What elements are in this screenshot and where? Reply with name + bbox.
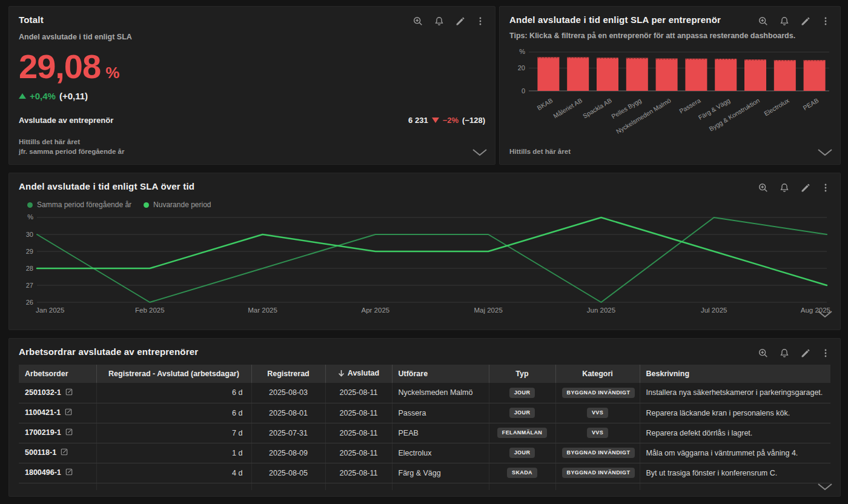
kpi-subtitle: Andel avslutade i tid enligt SLA — [19, 33, 485, 41]
panel-toolbar — [758, 16, 830, 27]
bar-Passera[interactable] — [685, 59, 707, 91]
workorder-link[interactable]: 1100421-1 — [25, 408, 61, 417]
category-badge: VVS — [587, 408, 608, 418]
edit-pencil-icon[interactable] — [800, 183, 810, 193]
type-badge: JOUR — [509, 448, 535, 458]
panel-toolbar — [412, 16, 485, 27]
panel-title: Andel avslutade i tid enligt SLA över ti… — [19, 181, 194, 191]
cell-empty — [392, 483, 489, 490]
bar-Bygg & Konstruktion[interactable] — [744, 59, 766, 91]
open-workorder-icon[interactable] — [65, 409, 72, 417]
cell-arbetsdagar: 6 d — [96, 383, 251, 403]
cell-empty — [19, 483, 96, 490]
cell-registrerad: 2025-08-03 — [251, 383, 325, 403]
category-badge: BYGGNAD INVÄNDIGT — [562, 448, 635, 458]
workorders-table: Arbetsorder Registrerad - Avslutad (arbe… — [19, 365, 830, 490]
chevron-down-icon[interactable] — [817, 483, 833, 494]
open-workorder-icon[interactable] — [61, 449, 68, 457]
cell-avslutad: 2025-08-11 — [325, 423, 392, 443]
zoom-in-icon[interactable] — [758, 16, 769, 27]
kebab-menu-icon[interactable] — [821, 348, 830, 358]
category-badge: BYGGNAD INVÄNDIGT — [562, 468, 635, 478]
column-header-avslutad[interactable]: Avslutad — [325, 365, 392, 383]
trend-down-icon — [432, 118, 439, 123]
column-header-kategori[interactable]: Kategori — [555, 365, 640, 383]
cell-empty — [555, 483, 640, 490]
cell-arbetsdagar: 7 d — [96, 423, 251, 443]
column-header-typ[interactable]: Typ — [489, 365, 555, 383]
bar-Pelles Bygg[interactable] — [626, 58, 648, 91]
cell-arbetsorder: 1100421-1 — [19, 403, 96, 423]
alert-bell-icon[interactable] — [434, 16, 445, 27]
x-axis-month-label: Jul 2025 — [701, 307, 727, 314]
bar-Spackla AB[interactable] — [597, 58, 618, 91]
open-workorder-icon[interactable] — [65, 429, 73, 437]
bar-Måleriet AB[interactable] — [567, 57, 589, 91]
kpi-row: 29,08 % — [19, 50, 485, 84]
cell-avslutad: 2025-08-11 — [325, 443, 392, 463]
zoom-in-icon[interactable] — [412, 16, 423, 27]
bar-Färg & Vägg[interactable] — [715, 59, 737, 91]
workorder-link[interactable]: 500118-1 — [25, 448, 56, 457]
kebab-menu-icon[interactable] — [475, 16, 485, 26]
secondary-delta-abs: (−128) — [462, 116, 485, 125]
cell-beskrivning: Byt ut trasiga fönster i konferensrum C. — [640, 463, 830, 483]
cell-registrerad: 2025-07-31 — [251, 423, 325, 443]
panel-header: Andel avslutade i tid enligt SLA per ent… — [509, 15, 830, 27]
column-header-beskrivning[interactable]: Beskrivning — [640, 365, 830, 383]
alert-bell-icon[interactable] — [779, 16, 790, 27]
bar-PEAB[interactable] — [804, 60, 826, 91]
open-workorder-icon[interactable] — [65, 469, 73, 477]
table-row: 1700219-17 d2025-07-312025-08-11PEABFELA… — [19, 423, 830, 443]
edit-pencil-icon[interactable] — [455, 16, 465, 27]
cell-avslutad: 2025-08-11 — [325, 463, 392, 483]
cell-beskrivning: Reparera läckande kran i personalens kök… — [640, 403, 830, 423]
workorder-link[interactable]: 1700219-1 — [25, 428, 61, 437]
edit-pencil-icon[interactable] — [800, 348, 810, 359]
bar-chart: %020BKABMåleriet ABSpackla ABPelles Bygg… — [509, 44, 830, 138]
chevron-down-icon[interactable] — [472, 148, 488, 159]
alert-bell-icon[interactable] — [779, 182, 790, 193]
cell-arbetsdagar: 1 d — [96, 443, 251, 463]
legend-item[interactable]: Samma period föregående år — [27, 201, 131, 209]
period-footnote: Hittills det här året — [509, 147, 571, 157]
cell-kategori: VVS — [555, 403, 640, 423]
column-header-registrerad[interactable]: Registrerad — [251, 365, 325, 383]
bar-BKAB[interactable] — [537, 57, 559, 91]
chevron-down-icon[interactable] — [817, 148, 833, 159]
line-chart: %3029282726Jan 2025Feb 2025Mar 2025Apr 2… — [19, 211, 830, 318]
legend-dot-icon — [27, 202, 33, 208]
column-header-arbetsdagar[interactable]: Registrerad - Avslutad (arbetsdagar) — [96, 365, 251, 383]
panel-header: Totalt — [19, 15, 485, 27]
column-header-utforare[interactable]: Utförare — [392, 365, 489, 383]
legend-item[interactable]: Nuvarande period — [144, 201, 211, 209]
zoom-in-icon[interactable] — [758, 348, 769, 359]
table-row: 500118-11 d2025-08-092025-08-11Electrolu… — [19, 443, 830, 463]
cell-arbetsorder: 1800496-1 — [19, 463, 96, 483]
footnote-line2: jfr. samma period föregående år — [19, 147, 124, 157]
kebab-menu-icon[interactable] — [821, 183, 830, 193]
edit-pencil-icon[interactable] — [800, 16, 810, 27]
x-axis-category-label: BKAB — [535, 96, 554, 111]
open-workorder-icon[interactable] — [65, 389, 73, 397]
type-badge: SKADA — [507, 468, 537, 478]
kebab-menu-icon[interactable] — [821, 16, 830, 26]
workorder-link[interactable]: 1800496-1 — [25, 468, 61, 477]
column-header-arbetsorder[interactable]: Arbetsorder — [19, 365, 96, 383]
cell-typ: JOUR — [489, 383, 555, 403]
cell-avslutad: 2025-08-11 — [325, 403, 392, 423]
x-axis-category-label: Passera — [678, 96, 701, 114]
alert-bell-icon[interactable] — [779, 348, 790, 359]
panel-header: Arbetsordrar avslutade av entreprenörer — [19, 346, 830, 359]
x-axis-category-label: Electrolux — [763, 96, 790, 117]
kpi-delta-pct: +0,4% — [30, 91, 56, 101]
chevron-down-icon[interactable] — [817, 310, 833, 321]
type-badge: JOUR — [509, 408, 535, 418]
x-axis-category-label: Bygg & Konstruktion — [707, 96, 761, 132]
workorder-link[interactable]: 2501032-1 — [25, 388, 61, 397]
bar-Electrolux[interactable] — [774, 60, 796, 91]
cell-arbetsorder: 500118-1 — [19, 443, 96, 463]
bar-Nyckelsmeden Malmö[interactable] — [656, 59, 678, 91]
y-axis-unit-label: % — [27, 213, 33, 220]
zoom-in-icon[interactable] — [758, 182, 769, 193]
